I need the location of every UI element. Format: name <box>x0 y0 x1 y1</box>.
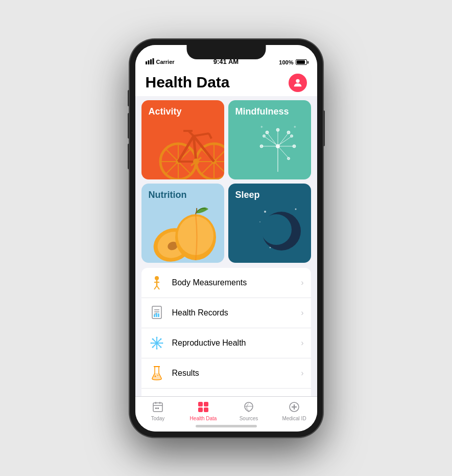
body-measurements-icon <box>149 275 165 291</box>
list-item-body-measurements[interactable]: Body Measurements › <box>141 268 311 298</box>
svg-rect-69 <box>156 313 157 317</box>
svg-text:✦: ✦ <box>293 125 297 129</box>
sources-tab-label: Sources <box>240 416 258 421</box>
mindfulness-card[interactable]: Mindfulness <box>228 100 311 179</box>
svg-rect-70 <box>158 313 159 317</box>
svg-point-79 <box>152 338 153 339</box>
svg-line-62 <box>154 286 157 289</box>
svg-point-77 <box>150 342 152 344</box>
tab-today[interactable]: Today <box>135 400 181 421</box>
app-header: Health Data <box>135 67 317 96</box>
svg-line-20 <box>209 133 211 139</box>
svg-point-40 <box>290 134 293 137</box>
moon-illustration <box>255 201 306 258</box>
health-data-tab-label: Health Data <box>190 416 217 421</box>
medical-id-tab-icon <box>287 400 301 414</box>
svg-point-75 <box>156 336 157 338</box>
list-item-vitals[interactable]: Vitals › <box>141 389 311 396</box>
nutrition-card-label: Nutrition <box>149 190 187 200</box>
svg-rect-86 <box>153 403 162 412</box>
svg-line-19 <box>194 133 209 136</box>
medical-id-tab-label: Medical ID <box>282 416 306 421</box>
svg-line-37 <box>268 133 277 145</box>
dandelion-illustration: ✦ ✦ <box>250 118 306 174</box>
svg-point-76 <box>156 348 157 349</box>
svg-rect-94 <box>198 407 203 412</box>
svg-point-34 <box>287 157 290 160</box>
list-item-reproductive-health[interactable]: Reproductive Health › <box>141 328 311 358</box>
activity-card-label: Activity <box>149 106 182 117</box>
svg-point-82 <box>152 346 153 348</box>
svg-point-56 <box>259 221 260 222</box>
power-button <box>323 110 325 146</box>
svg-rect-90 <box>155 407 157 409</box>
svg-point-49 <box>178 216 213 255</box>
phone-device: Carrier 9:41 AM 100% Health Data <box>129 39 323 438</box>
sleep-card[interactable]: Sleep <box>228 184 311 263</box>
list-item-health-records[interactable]: Health Records › <box>141 298 311 328</box>
svg-rect-95 <box>204 407 208 412</box>
svg-point-42 <box>263 134 265 137</box>
svg-point-59 <box>155 276 159 280</box>
signal-bars <box>146 58 154 65</box>
activity-card[interactable]: Activity <box>141 100 224 179</box>
svg-line-63 <box>157 286 159 289</box>
svg-point-38 <box>266 131 269 134</box>
page-title: Health Data <box>146 74 230 91</box>
sleep-card-label: Sleep <box>235 190 260 200</box>
svg-rect-91 <box>157 407 159 409</box>
svg-point-28 <box>276 128 279 131</box>
svg-point-80 <box>160 346 161 348</box>
chevron-icon-health: › <box>301 308 303 318</box>
today-tab-icon <box>151 400 165 414</box>
svg-rect-68 <box>154 314 155 317</box>
svg-rect-2 <box>150 59 152 64</box>
sources-tab-icon <box>242 400 256 414</box>
peach-illustration <box>147 199 219 263</box>
battery-percent: 100% <box>279 59 293 65</box>
svg-point-36 <box>260 145 263 148</box>
reproductive-health-icon <box>149 335 165 351</box>
svg-rect-93 <box>204 402 208 406</box>
svg-rect-92 <box>198 402 203 406</box>
vitals-icon <box>149 395 165 396</box>
tab-health-data[interactable]: Health Data <box>181 400 226 421</box>
home-indicator <box>196 425 257 427</box>
chevron-icon-reproductive: › <box>301 338 303 348</box>
battery-fill <box>297 60 305 64</box>
list-item-results[interactable]: Results › <box>141 358 311 389</box>
svg-point-51 <box>295 208 296 210</box>
svg-text:✦: ✦ <box>260 125 264 129</box>
svg-point-78 <box>161 342 163 344</box>
today-tab-label: Today <box>151 416 165 421</box>
health-records-label: Health Records <box>172 308 301 318</box>
battery-icon <box>296 59 307 65</box>
volume-silent-button <box>128 90 129 106</box>
tab-medical-id[interactable]: Medical ID <box>272 400 317 421</box>
svg-rect-1 <box>148 60 149 64</box>
app-scroll-area[interactable]: Health Data Activity <box>135 67 317 396</box>
svg-line-39 <box>279 137 291 145</box>
svg-point-30 <box>287 131 290 134</box>
status-right: 100% <box>279 59 306 65</box>
chevron-icon-results: › <box>301 369 303 378</box>
svg-point-4 <box>296 79 299 82</box>
profile-icon <box>292 77 303 88</box>
svg-point-84 <box>154 375 156 377</box>
profile-button[interactable] <box>289 74 307 92</box>
svg-point-58 <box>261 214 292 245</box>
svg-point-32 <box>293 145 296 148</box>
list-section: Body Measurements › <box>141 268 311 396</box>
reproductive-health-label: Reproductive Health <box>172 338 301 348</box>
phone-screen: Carrier 9:41 AM 100% Health Data <box>135 45 317 432</box>
mindfulness-card-label: Mindfulness <box>235 106 289 117</box>
svg-point-85 <box>157 375 158 376</box>
health-data-tab-icon <box>196 400 210 414</box>
svg-point-81 <box>160 338 161 339</box>
volume-down-button <box>128 144 129 169</box>
carrier-label: Carrier <box>156 59 175 65</box>
results-label: Results <box>172 369 301 378</box>
tab-sources[interactable]: Sources <box>226 400 272 421</box>
nutrition-card[interactable]: Nutrition <box>141 184 224 263</box>
svg-rect-0 <box>146 61 147 64</box>
